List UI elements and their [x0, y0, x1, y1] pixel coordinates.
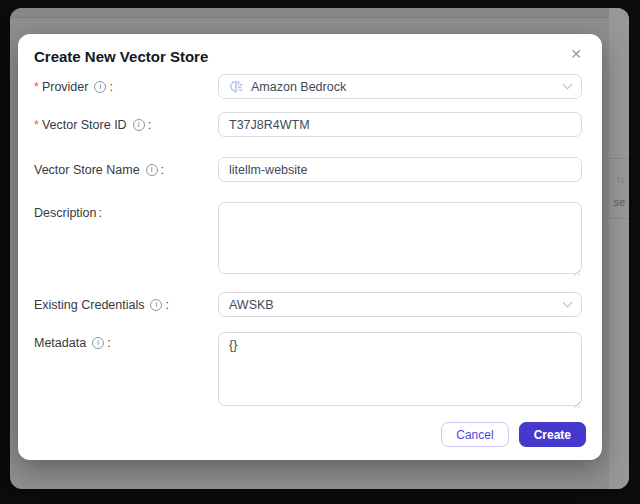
dimmed-table-line — [609, 158, 629, 159]
existing-credentials-label: Existing Credentials i : — [34, 298, 218, 312]
existing-credentials-select-value: AWSKB — [229, 298, 557, 312]
label-colon: : — [109, 80, 112, 94]
chevron-down-icon — [563, 298, 573, 308]
vector-store-name-label-text: Vector Store Name — [34, 163, 140, 177]
info-icon[interactable]: i — [150, 299, 162, 311]
modal-title: Create New Vector Store — [34, 48, 208, 65]
field-row-vector-store-name: Vector Store Name i : — [34, 157, 582, 182]
provider-label: * Provider i : — [34, 80, 218, 94]
vector-store-name-label: Vector Store Name i : — [34, 163, 218, 177]
field-row-vector-store-id: * Vector Store ID i : — [34, 112, 582, 137]
field-row-description: Description : — [34, 202, 582, 278]
provider-select[interactable]: Amazon Bedrock — [218, 74, 582, 99]
label-colon: : — [107, 336, 110, 350]
create-button[interactable]: Create — [519, 422, 586, 447]
info-icon[interactable]: i — [94, 81, 106, 93]
metadata-label: Metadata i : — [34, 332, 218, 350]
info-icon[interactable]: i — [146, 164, 158, 176]
description-label-text: Description — [34, 206, 97, 220]
metadata-label-text: Metadata — [34, 336, 86, 350]
amazon-bedrock-icon — [229, 79, 244, 94]
metadata-textarea[interactable]: {} — [218, 332, 582, 406]
modal-footer: Cancel Create — [441, 422, 586, 447]
field-row-metadata: Metadata i : {} — [34, 332, 582, 410]
required-asterisk: * — [34, 118, 39, 132]
description-label: Description : — [34, 202, 218, 220]
existing-credentials-select[interactable]: AWSKB — [218, 292, 582, 317]
provider-label-text: Provider — [42, 80, 89, 94]
close-icon[interactable]: ✕ — [566, 44, 586, 64]
dimmed-clipped-text: se — [613, 196, 625, 208]
label-colon: : — [148, 118, 151, 132]
sort-icon: ↑↓ — [616, 174, 624, 185]
label-colon: : — [161, 163, 164, 177]
vector-store-id-input[interactable] — [218, 112, 582, 137]
dimmed-table-line — [609, 218, 629, 219]
field-row-provider: * Provider i : — [34, 74, 582, 99]
existing-credentials-label-text: Existing Credentials — [34, 298, 144, 312]
create-vector-store-modal: Create New Vector Store ✕ * Provider i : — [18, 34, 602, 460]
chevron-down-icon — [563, 80, 573, 90]
vector-store-id-label-text: Vector Store ID — [42, 118, 127, 132]
dimmed-page-header — [10, 8, 629, 18]
vector-store-id-label: * Vector Store ID i : — [34, 118, 218, 132]
dimmed-page-content — [609, 8, 629, 489]
field-row-existing-credentials: Existing Credentials i : AWSKB — [34, 292, 582, 317]
cancel-button[interactable]: Cancel — [441, 422, 508, 447]
vector-store-name-input[interactable] — [218, 157, 582, 182]
provider-select-value: Amazon Bedrock — [251, 80, 557, 94]
info-icon[interactable]: i — [92, 337, 104, 349]
description-textarea[interactable] — [218, 202, 582, 274]
label-colon: : — [165, 298, 168, 312]
info-icon[interactable]: i — [133, 119, 145, 131]
label-colon: : — [99, 206, 102, 220]
required-asterisk: * — [34, 80, 39, 94]
